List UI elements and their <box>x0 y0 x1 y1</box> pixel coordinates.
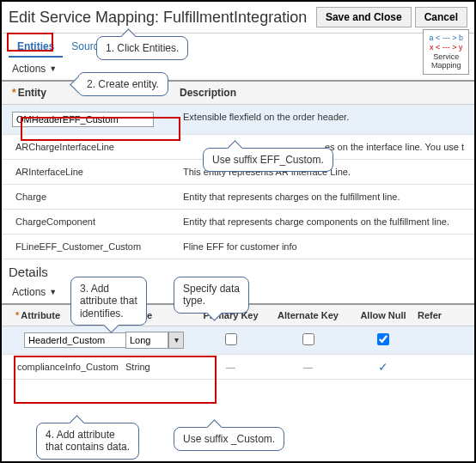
actions-label: Actions <box>12 63 46 75</box>
entity-name: Charge <box>12 192 180 202</box>
allownull-checkbox[interactable] <box>377 333 389 345</box>
ak-dash: — <box>267 362 349 372</box>
table-row[interactable]: ChargeComponent Entity that represents c… <box>2 210 474 235</box>
callout-4-line2: that contains data. <box>46 441 130 453</box>
pk-checkbox[interactable] <box>225 333 237 345</box>
required-icon: * <box>15 310 19 320</box>
col-an-header: Allow Null <box>349 310 418 320</box>
ak-checkbox[interactable] <box>302 333 314 345</box>
table-row[interactable]: Extensible flexfield on the order header… <box>2 105 474 135</box>
attr-row[interactable]: ▾ <box>2 326 474 355</box>
svcmap-line4: Mapping <box>429 61 463 70</box>
actions-menu-details[interactable]: Actions▼ <box>12 286 57 298</box>
attr-name: complianceInfo_Custom <box>5 362 125 372</box>
page-title: Edit Service Mapping: FulfillmentIntegra… <box>9 9 313 27</box>
col-entity-header: Entity <box>18 87 46 99</box>
callout-2: 2. Create entity. <box>77 72 168 96</box>
table-row[interactable]: Charge Entity that represents charges on… <box>2 185 474 210</box>
callout-3-line2: attribute that <box>80 295 137 307</box>
pk-dash: — <box>194 362 267 372</box>
col-ak-header: Alternate Key <box>267 310 349 320</box>
attr-type: String <box>125 362 194 372</box>
entity-name: ARChargeInterfaceLine <box>12 142 180 152</box>
entity-name: ChargeComponent <box>12 216 180 227</box>
callout-datatype: Specify data type. <box>174 277 249 314</box>
entity-name: ARInterfaceLine <box>12 167 180 177</box>
col-ref-header: Refer <box>418 310 452 320</box>
entity-desc: Entity that represents charges on the fu… <box>180 192 464 202</box>
type-input[interactable] <box>125 332 168 349</box>
attr-row[interactable]: complianceInfo_Custom String — — ✓ <box>2 355 474 380</box>
entity-desc: Extensible flexfield on the order header… <box>180 112 464 127</box>
save-close-button[interactable]: Save and Close <box>316 7 412 27</box>
type-dropdown-icon[interactable]: ▾ <box>168 332 184 349</box>
tab-entities[interactable]: Entities <box>9 37 63 58</box>
dropdown-icon: ▼ <box>49 288 57 296</box>
actions-menu-entities[interactable]: Actions▼ <box>12 63 57 75</box>
cancel-button[interactable]: Cancel <box>415 7 467 27</box>
callout-1: 1. Click Entities. <box>96 36 188 60</box>
callout-suffix-custom: Use suffix _Custom. <box>174 427 284 451</box>
col-desc-header: Description <box>180 87 464 99</box>
callout-3-line3: identifies. <box>80 308 137 320</box>
callout-3-line1: 3. Add <box>80 283 137 295</box>
required-icon: * <box>12 87 16 99</box>
callout-dt-line1: Specify data <box>183 283 240 295</box>
callout-4-line1: 4. Add attribute <box>46 429 130 441</box>
table-row[interactable]: FLineEFF_Customer_Custom Fline EFF for c… <box>2 235 474 259</box>
callout-dt-line2: type. <box>183 295 240 307</box>
check-icon: ✓ <box>349 360 418 374</box>
attr-name-input[interactable] <box>24 332 127 348</box>
entity-name: FLineEFF_Customer_Custom <box>12 241 180 252</box>
entity-name-input[interactable] <box>12 112 154 127</box>
callout-4: 4. Add attribute that contains data. <box>36 423 139 460</box>
callout-suffix-eff: Use suffix EFF_Custom. <box>203 148 333 172</box>
dropdown-icon: ▼ <box>49 64 57 73</box>
callout-3: 3. Add attribute that identifies. <box>70 277 147 326</box>
entity-desc: Entity that represents charge components… <box>180 216 464 227</box>
entity-desc: Fline EFF for customer info <box>180 241 464 252</box>
actions-label: Actions <box>12 286 46 298</box>
col-attr-header: Attribute <box>21 310 60 320</box>
